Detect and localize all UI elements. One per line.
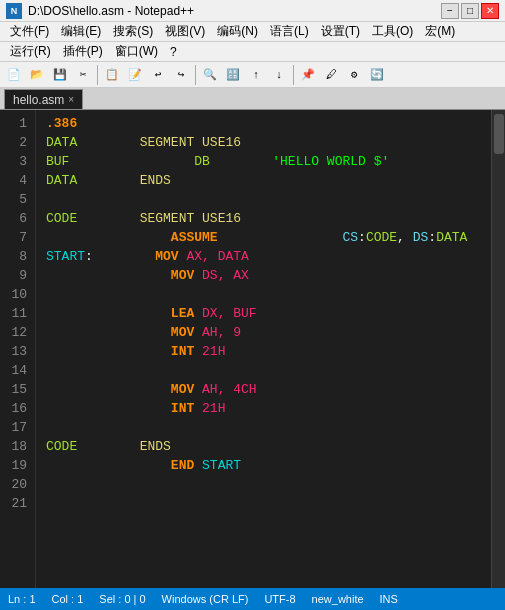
window-title: D:\DOS\hello.asm - Notepad++ (28, 4, 441, 18)
menu-item[interactable]: ? (164, 42, 183, 61)
menu-item[interactable]: 运行(R) (4, 42, 57, 61)
toolbar-button[interactable]: ↪ (170, 64, 192, 86)
code-line: BUF DB 'HELLO WORLD $' (46, 152, 491, 171)
line-number: 17 (0, 418, 27, 437)
toolbar-button[interactable]: 🔠 (222, 64, 244, 86)
code-line: CODE ENDS (46, 437, 491, 456)
toolbar-button[interactable]: 💾 (49, 64, 71, 86)
menu-item[interactable]: 文件(F) (4, 22, 55, 41)
code-line: MOV AH, 9 (46, 323, 491, 342)
menu-bar-2: 运行(R)插件(P)窗口(W)? (0, 42, 505, 62)
toolbar-button[interactable]: ✂️ (72, 64, 94, 86)
maximize-button[interactable]: □ (461, 3, 479, 19)
toolbar-button[interactable]: 🔍 (199, 64, 221, 86)
status-ln: Ln : 1 (8, 593, 36, 605)
window-controls: − □ ✕ (441, 3, 499, 19)
code-line: LEA DX, BUF (46, 304, 491, 323)
tab-close-icon[interactable]: × (68, 94, 74, 105)
line-number: 20 (0, 475, 27, 494)
status-col: Col : 1 (52, 593, 84, 605)
line-number: 10 (0, 285, 27, 304)
line-number: 19 (0, 456, 27, 475)
toolbar-separator (293, 65, 294, 85)
toolbar-button[interactable]: 🔄 (366, 64, 388, 86)
toolbar-button[interactable]: ↩ (147, 64, 169, 86)
tab-bar: hello.asm × (0, 88, 505, 110)
menu-item[interactable]: 宏(M) (419, 22, 461, 41)
line-number: 18 (0, 437, 27, 456)
close-button[interactable]: ✕ (481, 3, 499, 19)
code-line: INT 21H (46, 342, 491, 361)
line-number: 15 (0, 380, 27, 399)
tab-label: hello.asm (13, 93, 64, 107)
code-line: MOV AH, 4CH (46, 380, 491, 399)
line-number: 21 (0, 494, 27, 513)
menu-item[interactable]: 窗口(W) (109, 42, 164, 61)
line-number: 9 (0, 266, 27, 285)
code-line: DATA SEGMENT USE16 (46, 133, 491, 152)
menu-item[interactable]: 搜索(S) (107, 22, 159, 41)
line-number: 14 (0, 361, 27, 380)
app-icon: N (6, 3, 22, 19)
toolbar-button[interactable]: ↓ (268, 64, 290, 86)
line-number: 6 (0, 209, 27, 228)
menu-item[interactable]: 视图(V) (159, 22, 211, 41)
menu-bar-1: 文件(F)编辑(E)搜索(S)视图(V)编码(N)语言(L)设置(T)工具(O)… (0, 22, 505, 42)
toolbar-button[interactable]: 📝 (124, 64, 146, 86)
line-number: 2 (0, 133, 27, 152)
code-line: MOV DS, AX (46, 266, 491, 285)
tab-hello-asm[interactable]: hello.asm × (4, 89, 83, 109)
line-number: 12 (0, 323, 27, 342)
toolbar: 📄📂💾✂️📋📝↩↪🔍🔠↑↓📌🖊⚙🔄 (0, 62, 505, 88)
line-number: 11 (0, 304, 27, 323)
menu-item[interactable]: 编辑(E) (55, 22, 107, 41)
code-line: INT 21H (46, 399, 491, 418)
code-line (46, 475, 491, 494)
toolbar-separator (195, 65, 196, 85)
code-line: END START (46, 456, 491, 475)
line-number: 7 (0, 228, 27, 247)
title-bar: N D:\DOS\hello.asm - Notepad++ − □ ✕ (0, 0, 505, 22)
code-area[interactable]: .386DATA SEGMENT USE16BUF DB 'HELLO WORL… (36, 110, 491, 588)
code-line: DATA ENDS (46, 171, 491, 190)
menu-item[interactable]: 编码(N) (211, 22, 264, 41)
status-theme: new_white (312, 593, 364, 605)
code-line (46, 285, 491, 304)
status-ins: INS (380, 593, 398, 605)
toolbar-separator (97, 65, 98, 85)
menu-item[interactable]: 语言(L) (264, 22, 315, 41)
menu-item[interactable]: 设置(T) (315, 22, 366, 41)
code-line (46, 190, 491, 209)
toolbar-button[interactable]: ⚙ (343, 64, 365, 86)
code-line (46, 494, 491, 513)
status-enc: UTF-8 (264, 593, 295, 605)
toolbar-button[interactable]: 📄 (3, 64, 25, 86)
toolbar-button[interactable]: 📋 (101, 64, 123, 86)
minimize-button[interactable]: − (441, 3, 459, 19)
code-line: CODE SEGMENT USE16 (46, 209, 491, 228)
editor: 123456789101112131415161718192021 .386DA… (0, 110, 505, 588)
status-eol: Windows (CR LF) (162, 593, 249, 605)
line-numbers: 123456789101112131415161718192021 (0, 110, 36, 588)
status-sel: Sel : 0 | 0 (99, 593, 145, 605)
line-number: 4 (0, 171, 27, 190)
menu-item[interactable]: 工具(O) (366, 22, 419, 41)
line-number: 3 (0, 152, 27, 171)
toolbar-button[interactable]: 📌 (297, 64, 319, 86)
menu-item[interactable]: 插件(P) (57, 42, 109, 61)
code-line (46, 418, 491, 437)
scrollbar-thumb[interactable] (494, 114, 504, 154)
toolbar-button[interactable]: 🖊 (320, 64, 342, 86)
toolbar-button[interactable]: ↑ (245, 64, 267, 86)
code-line: START: MOV AX, DATA (46, 247, 491, 266)
line-number: 1 (0, 114, 27, 133)
line-number: 5 (0, 190, 27, 209)
status-bar: Ln : 1 Col : 1 Sel : 0 | 0 Windows (CR L… (0, 588, 505, 610)
code-line (46, 361, 491, 380)
code-line: ASSUME CS:CODE, DS:DATA (46, 228, 491, 247)
line-number: 16 (0, 399, 27, 418)
scrollbar[interactable] (491, 110, 505, 588)
toolbar-button[interactable]: 📂 (26, 64, 48, 86)
line-number: 13 (0, 342, 27, 361)
code-line: .386 (46, 114, 491, 133)
